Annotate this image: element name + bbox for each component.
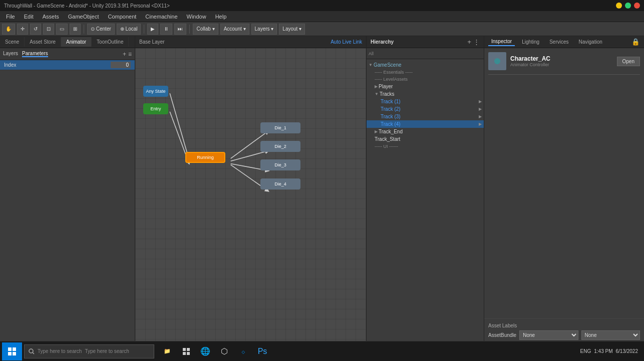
menu-cinemachine[interactable]: Cinemachine [141,13,181,21]
tree-gamescene[interactable]: ▼ GameScene [367,61,484,69]
toolbar-layers[interactable]: Layers ▾ [251,24,277,35]
tab-services[interactable]: Services [546,38,571,46]
taskbar-search-box[interactable]: Type here to search Type here to search [24,344,154,358]
tree-essentials[interactable]: ----- Essentials ----- [367,69,484,76]
tracks-label: Tracks [380,91,395,97]
track2-arrow: ▶ [479,107,482,111]
main-area: Scene Asset Store Animator ToonOutline L… [0,36,644,351]
svg-rect-22 [187,348,190,351]
state-any-state[interactable]: Any State [143,86,168,97]
tree-tracks[interactable]: ▼ Tracks [367,90,484,98]
hierarchy-menu-btn[interactable]: ⋮ [473,38,480,46]
tree-track4[interactable]: Track (4) ▶ [367,120,484,128]
menu-help[interactable]: Help [211,13,231,21]
grid-background [135,48,366,341]
state-die1[interactable]: Die_1 [260,122,300,133]
inspector-header: Inspector Lighting Services Navigation 🔒 [484,36,644,48]
menu-assets[interactable]: Assets [39,13,63,21]
toolbar-hand[interactable]: ✋ [2,24,15,35]
animator-canvas[interactable]: Any State Entry Running Die_1 Die_2 Die_… [135,48,366,341]
param-index[interactable]: Index [0,60,135,70]
menu-bar: File Edit Assets GameObject Component Ci… [0,11,644,22]
toolbar-account[interactable]: Account ▾ [220,24,249,35]
toolbar-collab[interactable]: Collab ▾ [193,24,218,35]
tab-navigation[interactable]: Navigation [576,38,605,46]
tree-track1[interactable]: Track (1) ▶ [367,98,484,105]
state-die2[interactable]: Die_2 [260,141,300,152]
base-layer-label: Base Layer [139,39,165,45]
taskbar-task-view[interactable] [177,342,195,360]
menu-edit[interactable]: Edit [20,13,38,21]
svg-rect-18 [13,352,16,355]
tab-lighting[interactable]: Lighting [519,38,542,46]
svg-point-19 [29,349,33,353]
tracks-arrow: ▼ [375,92,379,96]
asset-icon [488,52,506,70]
taskbar-vscode[interactable]: ⬦ [234,342,252,360]
tree-track-start[interactable]: Track_Start [367,135,484,143]
inspector-lock-btn[interactable]: 🔒 [631,38,640,46]
add-param-btn[interactable]: + [123,51,126,58]
asset-bundle-select[interactable]: None [519,330,578,340]
toolbar-rect[interactable]: ▭ [56,24,68,35]
close-btn[interactable] [634,3,640,9]
taskbar-search-label: Type here to search [85,348,129,354]
layers-tab[interactable]: Layers [3,51,18,57]
animator-graph-panel: Base Layer Auto Live Link [135,36,366,351]
param-index-value[interactable] [111,62,131,68]
tree-track-end[interactable]: ▶ Track_End [367,128,484,135]
tab-scene[interactable]: Scene [0,37,25,47]
asset-bundle-variant-select[interactable]: None [581,330,640,340]
svg-rect-21 [183,348,186,351]
ui-label: ----- UI ------ [375,144,398,149]
gamescene-label: GameScene [374,62,402,68]
maximize-btn[interactable] [625,3,631,9]
params-tab[interactable]: Parameters [22,51,48,57]
hierarchy-add-btn[interactable]: + [467,38,471,46]
param-search-btn[interactable]: ≡ [128,51,132,58]
taskbar-edge[interactable]: 🌐 [196,342,214,360]
taskbar-explorer[interactable]: 📁 [158,342,176,360]
open-asset-btn[interactable]: Open [617,57,640,66]
menu-window[interactable]: Window [183,13,210,21]
taskbar-apps: 📁 🌐 ⬡ ⬦ Ps [158,342,271,360]
taskbar-right: ENG 1:43 PM 6/13/2022 [580,348,642,354]
tab-animator[interactable]: Animator [61,37,92,47]
tree-levelassets[interactable]: ----- LevelAssets [367,76,484,83]
toolbar-layout[interactable]: Layout ▾ [279,24,305,35]
taskbar-start-btn[interactable] [2,342,22,360]
toolbar-transform[interactable]: ⊞ [70,24,81,35]
tree-track2[interactable]: Track (2) ▶ [367,105,484,113]
toolbar-scale[interactable]: ⊡ [43,24,54,35]
auto-live-link[interactable]: Auto Live Link [331,39,362,45]
state-entry[interactable]: Entry [143,103,168,114]
taskbar-unity[interactable]: ⬡ [215,342,233,360]
toolbar-rotate[interactable]: ↺ [30,24,41,35]
menu-file[interactable]: File [2,13,19,21]
state-running[interactable]: Running [185,152,225,163]
svg-rect-17 [8,352,12,355]
gamescene-arrow: ▼ [369,63,373,67]
tree-ui[interactable]: ----- UI ------ [367,143,484,150]
tree-player[interactable]: ▶ Player [367,83,484,90]
tab-inspector[interactable]: Inspector [488,38,515,46]
tab-asset-store[interactable]: Asset Store [25,37,61,47]
menu-component[interactable]: Component [104,13,140,21]
toolbar-step[interactable]: ⏭ [174,24,186,35]
taskbar-photoshop[interactable]: Ps [253,342,271,360]
state-die3[interactable]: Die_3 [260,159,300,170]
tree-track3[interactable]: Track (3) ▶ [367,113,484,120]
toolbar-center[interactable]: ⊙ Center [87,24,115,35]
toolbar-pause[interactable]: ⏸ [160,24,172,35]
toolbar-move[interactable]: ✛ [17,24,28,35]
track4-label: Track (4) [381,121,401,127]
toolbar-play[interactable]: ▶ [147,24,158,35]
track3-label: Track (3) [381,114,401,119]
state-die4[interactable]: Die_4 [260,178,300,190]
animator-graph-header: Base Layer Auto Live Link [135,36,366,48]
menu-gameobject[interactable]: GameObject [64,13,103,21]
track2-label: Track (2) [381,106,401,112]
minimize-btn[interactable] [616,3,622,9]
tab-toon-outline[interactable]: ToonOutline [92,37,129,47]
toolbar-local[interactable]: ⊕ Local [117,24,141,35]
